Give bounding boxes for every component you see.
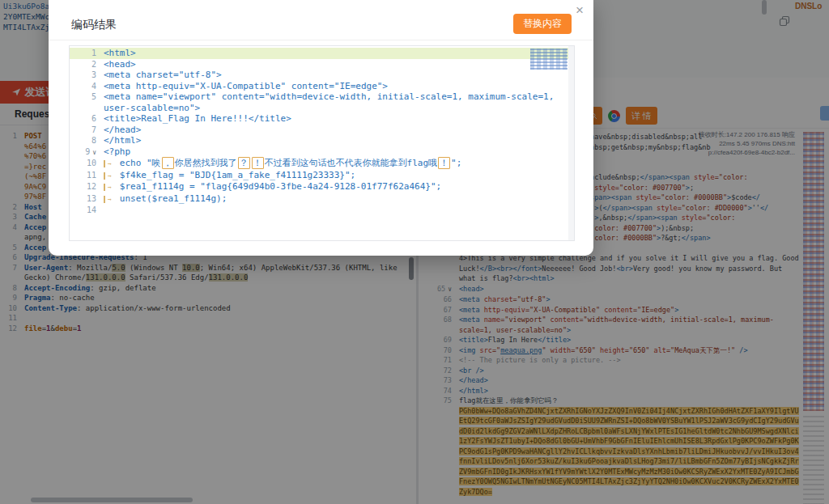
code-line: 7</head> <box>70 125 574 136</box>
decoded-code: 1<html>2<head>3<meta charset="utf-8">4<m… <box>70 46 574 216</box>
code-line: 11→$f4ke_flag = "BJD{1am_a_fake_f41111g2… <box>70 170 574 182</box>
editor-minimap[interactable] <box>530 49 568 70</box>
code-line: 10→echo "唉，你居然找到我了？！不过看到这句话也不代表你就能拿到flag… <box>70 158 574 170</box>
code-line: 12→$rea1_f1114g = "flag{649d94b0-3fbe-4a… <box>70 181 574 193</box>
modal-title: 编码结果 <box>71 18 117 32</box>
code-line: 1<html> <box>70 48 574 59</box>
replace-content-button[interactable]: 替换内容 <box>513 14 572 34</box>
code-line: 14 <box>70 205 574 216</box>
close-icon[interactable]: × <box>576 3 584 17</box>
code-line: 6<title>Real_Flag In Here!!!</title> <box>70 113 574 125</box>
code-line: 3<meta charset="utf-8"> <box>70 70 574 81</box>
code-line: 4<meta http-equiv="X-UA-Compatible" cont… <box>70 81 574 92</box>
code-line: 13→unset($rea1_f1114g); <box>70 193 574 205</box>
code-line: 9∨<?php <box>70 146 574 159</box>
code-line: 8</html> <box>70 135 574 146</box>
code-line: 2<head> <box>70 59 574 70</box>
modal-divider <box>49 40 593 40</box>
encode-result-modal: × 编码结果 替换内容 1<html>2<head>3<meta charset… <box>49 0 593 256</box>
app-window: Ui3ku6Po8ajkv 2Y0MTExMWcy MTI4LTAxZjc3Z … <box>0 0 829 504</box>
decoded-code-editor[interactable]: 1<html>2<head>3<meta charset="utf-8">4<m… <box>69 45 575 241</box>
editor-scrollbar-track[interactable] <box>568 46 574 240</box>
code-line: 5<meta name="viewport" content="width=de… <box>70 91 574 113</box>
